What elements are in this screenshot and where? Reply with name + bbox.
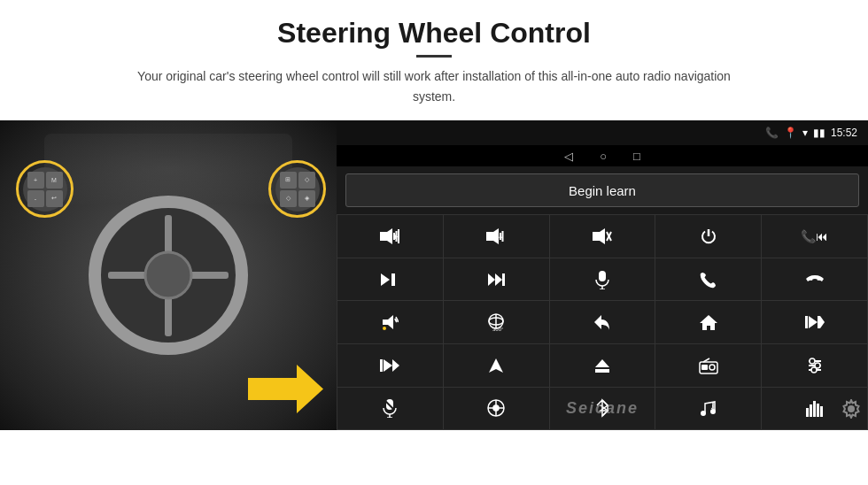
- content-area: + M - ↩ ⊞ ◇ ◇ ◈: [0, 120, 868, 485]
- right-button-group: ⊞ ◇ ◇ ◈: [268, 160, 326, 218]
- left-buttons: + M - ↩: [23, 167, 67, 212]
- horn-button[interactable]: [337, 301, 443, 343]
- begin-learn-row: Begin learn: [337, 166, 868, 214]
- svg-marker-12: [593, 232, 600, 241]
- prev-prev-button[interactable]: [762, 301, 867, 343]
- svg-marker-7: [486, 232, 493, 241]
- header-section: Steering Wheel Control Your original car…: [0, 0, 868, 113]
- page-wrapper: Steering Wheel Control Your original car…: [0, 0, 868, 485]
- svg-point-51: [810, 358, 815, 364]
- controls-grid: + −: [337, 214, 868, 430]
- radio-button[interactable]: [655, 344, 761, 387]
- svg-marker-41: [489, 358, 503, 373]
- home-nav-icon[interactable]: ○: [600, 150, 607, 163]
- vol-down-button[interactable]: −: [444, 215, 549, 258]
- btn-nav: ◇: [280, 190, 297, 207]
- status-bar-right: 📞 📍 ▾ ▮▮ 15:52: [765, 127, 857, 139]
- direction-arrow: [248, 365, 323, 417]
- page-title: Steering Wheel Control: [53, 16, 815, 50]
- svg-marker-42: [595, 359, 609, 367]
- mute-button[interactable]: [550, 215, 655, 258]
- music-button[interactable]: ♪: [655, 388, 761, 430]
- next-track-button[interactable]: [337, 258, 443, 301]
- battery-icon: ▮▮: [813, 127, 825, 139]
- svg-marker-20: [495, 273, 502, 286]
- power-button[interactable]: [655, 215, 761, 258]
- svg-marker-1: [380, 232, 387, 241]
- time-display: 15:52: [831, 127, 857, 139]
- bluetooth-button[interactable]: [550, 388, 655, 430]
- mic-button[interactable]: [550, 258, 655, 301]
- svg-marker-33: [700, 315, 717, 330]
- skip-fwd-button[interactable]: [337, 344, 443, 387]
- right-buttons: ⊞ ◇ ◇ ◈: [275, 167, 320, 212]
- svg-rect-69: [810, 404, 812, 417]
- wheel-control-button[interactable]: [444, 388, 549, 430]
- mic2-button[interactable]: [337, 388, 443, 430]
- recents-nav-icon[interactable]: □: [633, 150, 640, 163]
- svg-rect-43: [595, 369, 609, 373]
- svg-marker-0: [248, 365, 323, 413]
- svg-point-64: [701, 411, 706, 416]
- navigation-button[interactable]: [444, 344, 549, 387]
- btn-src: ↩: [46, 190, 63, 207]
- svg-point-59: [493, 405, 499, 411]
- gear-settings-icon[interactable]: [841, 399, 861, 423]
- btn-media: ⊞: [280, 172, 297, 189]
- eq-settings-button[interactable]: [762, 344, 867, 387]
- title-divider: [416, 55, 452, 58]
- svg-rect-22: [599, 271, 606, 281]
- android-screen: 📞 📍 ▾ ▮▮ 15:52 ◁ ○ □ Begin learn: [337, 120, 868, 430]
- hang-up-button[interactable]: [762, 258, 867, 301]
- svg-marker-35: [809, 316, 818, 328]
- fast-forward-button[interactable]: [444, 258, 549, 301]
- svg-text:−: −: [499, 233, 503, 242]
- left-button-group: + M - ↩: [16, 160, 74, 218]
- phone-call-button[interactable]: [655, 258, 761, 301]
- svg-text:♪: ♪: [710, 403, 714, 411]
- svg-point-28: [383, 327, 386, 330]
- svg-marker-40: [392, 359, 399, 372]
- wheel-center: [144, 251, 193, 300]
- svg-rect-17: [391, 273, 395, 286]
- svg-text:360°: 360°: [492, 327, 504, 332]
- svg-point-45: [709, 365, 715, 370]
- svg-rect-70: [813, 401, 816, 417]
- svg-marker-37: [820, 316, 825, 328]
- back-nav-icon[interactable]: ◁: [564, 150, 573, 163]
- svg-rect-34: [805, 316, 808, 328]
- svg-rect-72: [820, 406, 823, 417]
- svg-marker-16: [381, 273, 390, 286]
- phone-icon: 📞: [765, 127, 779, 139]
- btn-ok: ◈: [298, 190, 315, 207]
- svg-rect-21: [502, 273, 505, 286]
- nav-bar: ◁ ○ □: [337, 145, 868, 166]
- svg-marker-13: [600, 228, 605, 244]
- svg-marker-19: [488, 273, 495, 286]
- svg-rect-36: [818, 316, 820, 328]
- svg-point-53: [811, 367, 817, 373]
- btn-mode: M: [46, 172, 63, 189]
- subtitle: Your original car's steering wheel contr…: [124, 66, 744, 106]
- eject-button[interactable]: [550, 344, 655, 387]
- 360-button[interactable]: 360°: [444, 301, 549, 343]
- back-button[interactable]: [550, 301, 655, 343]
- home-button[interactable]: [655, 301, 761, 343]
- steering-wheel: [89, 196, 248, 355]
- location-icon: 📍: [784, 127, 797, 139]
- status-bar: 📞 📍 ▾ ▮▮ 15:52: [337, 120, 868, 145]
- btn-vol-dn: -: [27, 190, 44, 207]
- btn-vol-up: +: [27, 172, 44, 189]
- car-image-section: + M - ↩ ⊞ ◇ ◇ ◈: [0, 120, 337, 430]
- begin-learn-button[interactable]: Begin learn: [345, 173, 859, 207]
- wifi-icon: ▾: [802, 127, 808, 139]
- svg-marker-2: [387, 228, 392, 244]
- svg-text:+: +: [393, 233, 398, 242]
- call-prev-button[interactable]: 📞⏮: [762, 215, 867, 258]
- vol-up-button[interactable]: +: [337, 215, 443, 258]
- car-background: + M - ↩ ⊞ ◇ ◇ ◈: [0, 120, 337, 430]
- svg-rect-71: [817, 404, 819, 417]
- svg-marker-39: [384, 359, 392, 372]
- svg-rect-68: [806, 408, 809, 417]
- svg-rect-46: [701, 365, 708, 370]
